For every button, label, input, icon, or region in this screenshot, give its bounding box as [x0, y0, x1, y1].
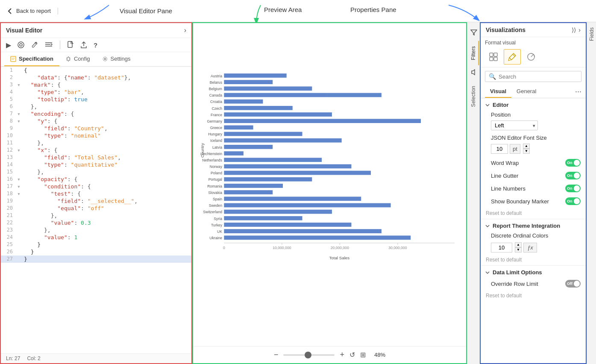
- share-button[interactable]: [80, 41, 88, 49]
- discrete-up-btn[interactable]: ▲: [515, 242, 522, 247]
- line-numbers-toggle[interactable]: On: [565, 185, 581, 192]
- vert-tab-selection[interactable]: Selection: [469, 81, 479, 112]
- ve-editor[interactable]: 1{ 2 "data": {"name": "dataset"}, 3▾ "ma…: [1, 67, 191, 353]
- tab-specification[interactable]: Specification: [4, 52, 59, 66]
- code-line-8: 8▾ "y": {: [1, 117, 191, 125]
- data-limit-header[interactable]: Data Limit Options: [481, 266, 586, 277]
- code-line-7: 7▾ "encoding": {: [1, 110, 191, 117]
- svg-text:Belarus: Belarus: [210, 80, 223, 85]
- line-gutter-toggle[interactable]: On: [565, 172, 581, 179]
- viz-collapse-btn[interactable]: ›: [578, 26, 581, 33]
- speaker-icon[interactable]: [469, 65, 479, 81]
- tab-settings[interactable]: Settings: [96, 52, 137, 66]
- fields-label[interactable]: Fields: [587, 22, 596, 46]
- discrete-down-btn[interactable]: ▼: [515, 247, 522, 252]
- report-theme-reset-btn[interactable]: Reset to default: [486, 257, 522, 263]
- ve-header: Visual Editor ›: [1, 23, 191, 38]
- code-line-18: 18▾ "test": {: [1, 190, 191, 197]
- word-wrap-label: Word Wrap: [491, 160, 519, 166]
- show-boundary-toggle[interactable]: On: [565, 197, 581, 205]
- discrete-colors-input-row: ▲ ▼ ƒx: [481, 241, 586, 254]
- help-button[interactable]: ?: [94, 41, 97, 49]
- font-up-btn[interactable]: ▲: [523, 144, 530, 149]
- run-button[interactable]: ▶: [6, 41, 11, 49]
- ve-collapse-button[interactable]: ›: [184, 26, 186, 34]
- svg-text:Hungary: Hungary: [208, 132, 222, 136]
- filter-icon[interactable]: [469, 26, 479, 41]
- viz-tab-general[interactable]: General: [511, 85, 541, 98]
- tab-config[interactable]: Config: [59, 52, 96, 66]
- svg-rect-40: [224, 132, 302, 136]
- format-button[interactable]: [44, 41, 53, 49]
- chart-container: Austria Belarus Belgium Canada Croatia C…: [200, 30, 459, 339]
- code-line-25: 25 }: [1, 241, 191, 248]
- discrete-colors-input[interactable]: [491, 243, 512, 252]
- svg-rect-52: [224, 210, 332, 214]
- font-unit: pt: [510, 144, 520, 154]
- position-label: Position: [491, 112, 511, 118]
- bar-chart: Austria Belarus Belgium Canada Croatia C…: [200, 30, 459, 326]
- zoom-out-button[interactable]: −: [274, 350, 279, 359]
- svg-text:10,000,000: 10,000,000: [273, 246, 291, 250]
- svg-rect-36: [224, 106, 292, 110]
- viz-icon-grid[interactable]: [485, 49, 502, 65]
- data-limit-reset-btn[interactable]: Reset to default: [486, 293, 522, 299]
- font-size-input[interactable]: [491, 144, 508, 154]
- new-file-button[interactable]: [67, 41, 74, 49]
- back-button[interactable]: Back to report: [7, 8, 58, 15]
- svg-text:Norway: Norway: [210, 164, 223, 169]
- side-panels: Filters Selection Visualizations ⟩⟩ › Fo: [467, 22, 596, 364]
- viz-section-editor-header[interactable]: Editor: [481, 98, 586, 110]
- line-gutter-row: Line Gutter On: [481, 169, 586, 182]
- viz-title: Visualizations: [486, 26, 526, 33]
- code-line-3: 3▾ "mark": {: [1, 81, 191, 88]
- ve-toolbar: ▶ ?: [1, 38, 191, 52]
- code-lines: 1{ 2 "data": {"name": "dataset"}, 3▾ "ma…: [1, 67, 191, 263]
- code-line-11: 11 },: [1, 139, 191, 147]
- viz-icon-analytics[interactable]: [523, 49, 540, 65]
- report-theme-header[interactable]: Report Theme Integration: [481, 219, 586, 231]
- svg-text:Canada: Canada: [209, 93, 223, 97]
- refresh-button[interactable]: ↺: [349, 351, 355, 359]
- svg-rect-31: [224, 73, 286, 78]
- wrench-button[interactable]: [31, 41, 38, 49]
- line-gutter-knob: [574, 173, 580, 179]
- viz-icon-paintbrush[interactable]: [504, 49, 521, 65]
- vert-tab-filters[interactable]: Filters: [469, 41, 479, 65]
- report-theme-label: Report Theme Integration: [493, 223, 560, 229]
- svg-rect-51: [224, 203, 390, 208]
- search-icon: 🔍: [489, 73, 496, 80]
- font-size-row: JSON Editor Font Size: [481, 133, 586, 143]
- word-wrap-toggle[interactable]: On: [565, 159, 581, 167]
- position-dropdown-row: Left: [481, 120, 586, 133]
- svg-text:Romania: Romania: [207, 184, 222, 188]
- code-line-23: 23 },: [1, 226, 191, 234]
- fx-button[interactable]: ƒx: [523, 243, 537, 252]
- svg-text:Total Sales: Total Sales: [329, 255, 349, 260]
- svg-rect-34: [224, 93, 382, 97]
- show-boundary-label: Show Boundary Marker: [491, 198, 549, 205]
- svg-rect-69: [490, 57, 493, 61]
- svg-rect-56: [224, 235, 411, 240]
- search-input[interactable]: [499, 73, 578, 80]
- search-box: 🔍: [485, 71, 581, 82]
- debug-button[interactable]: [17, 41, 25, 49]
- fit-button[interactable]: ⊞: [360, 351, 366, 359]
- svg-rect-46: [224, 171, 371, 175]
- viz-tab-more[interactable]: ···: [575, 85, 581, 98]
- font-down-btn[interactable]: ▼: [523, 149, 530, 154]
- viz-expand-btn[interactable]: ⟩⟩: [572, 26, 576, 33]
- svg-text:Poland: Poland: [211, 171, 222, 175]
- override-toggle[interactable]: Off: [565, 280, 581, 288]
- editor-reset-btn[interactable]: Reset to default: [486, 210, 522, 216]
- viz-tab-visual[interactable]: Visual: [485, 85, 511, 98]
- svg-rect-43: [224, 151, 244, 156]
- zoom-slider[interactable]: [283, 354, 335, 356]
- svg-rect-50: [224, 197, 361, 201]
- svg-rect-35: [224, 100, 263, 104]
- zoom-in-button[interactable]: +: [340, 350, 344, 359]
- position-dropdown[interactable]: Left: [491, 120, 538, 130]
- svg-rect-38: [224, 119, 421, 123]
- ve-tabs: Specification Config Settings: [1, 52, 191, 67]
- data-limit-label: Data Limit Options: [493, 269, 542, 276]
